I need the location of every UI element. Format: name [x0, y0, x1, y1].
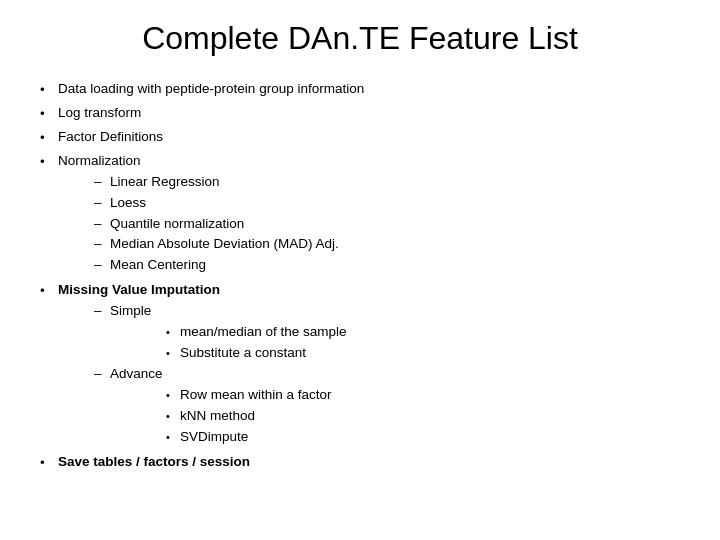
- bullet-dot: •: [40, 151, 58, 173]
- sub-with-subsub: Advance • Row mean within a factor • kNN…: [110, 364, 332, 448]
- sub-dash: –: [94, 255, 110, 276]
- list-item: – Simple • mean/median of the sample: [94, 301, 347, 364]
- sub-sub-list: • mean/median of the sample • Substitute…: [110, 322, 347, 364]
- sub-sub-text: Substitute a constant: [180, 343, 306, 364]
- list-item: – Linear Regression: [94, 172, 339, 193]
- page-title: Complete DAn.TE Feature List: [40, 20, 680, 57]
- list-item: • kNN method: [166, 406, 332, 427]
- bullet-dot: •: [40, 127, 58, 149]
- sub-text: Linear Regression: [110, 172, 220, 193]
- sub-dash: –: [94, 301, 110, 322]
- list-item: – Quantile normalization: [94, 214, 339, 235]
- list-item: • Data loading with peptide-protein grou…: [40, 79, 680, 101]
- bullet-text: Log transform: [58, 103, 141, 124]
- sub-text: Advance: [110, 366, 163, 381]
- sub-sub-bullet: •: [166, 406, 180, 425]
- bullet-with-sub: Normalization – Linear Regression – Loes…: [58, 151, 339, 279]
- bullet-text: Save tables / factors / session: [58, 452, 250, 473]
- bullet-text: Factor Definitions: [58, 127, 163, 148]
- sub-dash: –: [94, 193, 110, 214]
- list-item: • SVDimpute: [166, 427, 332, 448]
- sub-sub-bullet: •: [166, 322, 180, 341]
- bullet-dot: •: [40, 103, 58, 125]
- list-item: • Row mean within a factor: [166, 385, 332, 406]
- list-item: • Substitute a constant: [166, 343, 347, 364]
- sub-dash: –: [94, 234, 110, 255]
- sub-list: – Simple • mean/median of the sample: [58, 301, 347, 447]
- bullet-dot: •: [40, 452, 58, 474]
- list-item: – Loess: [94, 193, 339, 214]
- list-item: • Normalization – Linear Regression – Lo…: [40, 151, 680, 279]
- list-item: • Log transform: [40, 103, 680, 125]
- sub-sub-list: • Row mean within a factor • kNN method …: [110, 385, 332, 448]
- sub-sub-bullet: •: [166, 385, 180, 404]
- bullet-with-sub: Missing Value Imputation – Simple • mean…: [58, 280, 347, 449]
- sub-dash: –: [94, 214, 110, 235]
- sub-list: – Linear Regression – Loess – Quantile n…: [58, 172, 339, 277]
- list-item: • Factor Definitions: [40, 127, 680, 149]
- list-item: – Advance • Row mean within a factor: [94, 364, 347, 448]
- list-item: – Mean Centering: [94, 255, 339, 276]
- content-area: • Data loading with peptide-protein grou…: [40, 79, 680, 476]
- page: Complete DAn.TE Feature List • Data load…: [0, 0, 720, 540]
- sub-sub-bullet: •: [166, 343, 180, 362]
- sub-text: Mean Centering: [110, 255, 206, 276]
- bullet-text: Missing Value Imputation: [58, 282, 220, 297]
- sub-text: Quantile normalization: [110, 214, 244, 235]
- sub-text: Loess: [110, 193, 146, 214]
- sub-sub-text: mean/median of the sample: [180, 322, 347, 343]
- sub-with-subsub: Simple • mean/median of the sample • Sub…: [110, 301, 347, 364]
- sub-dash: –: [94, 364, 110, 385]
- sub-text: Simple: [110, 303, 151, 318]
- sub-sub-text: kNN method: [180, 406, 255, 427]
- sub-sub-text: SVDimpute: [180, 427, 248, 448]
- bullet-text: Normalization: [58, 153, 141, 168]
- bullet-text: Data loading with peptide-protein group …: [58, 79, 364, 100]
- bullet-dot: •: [40, 280, 58, 302]
- main-list: • Data loading with peptide-protein grou…: [40, 79, 680, 474]
- list-item: • Save tables / factors / session: [40, 452, 680, 474]
- list-item: • mean/median of the sample: [166, 322, 347, 343]
- sub-sub-text: Row mean within a factor: [180, 385, 332, 406]
- sub-text: Median Absolute Deviation (MAD) Adj.: [110, 234, 339, 255]
- list-item: • Missing Value Imputation – Simple •: [40, 280, 680, 449]
- bullet-dot: •: [40, 79, 58, 101]
- sub-dash: –: [94, 172, 110, 193]
- list-item: – Median Absolute Deviation (MAD) Adj.: [94, 234, 339, 255]
- sub-sub-bullet: •: [166, 427, 180, 446]
